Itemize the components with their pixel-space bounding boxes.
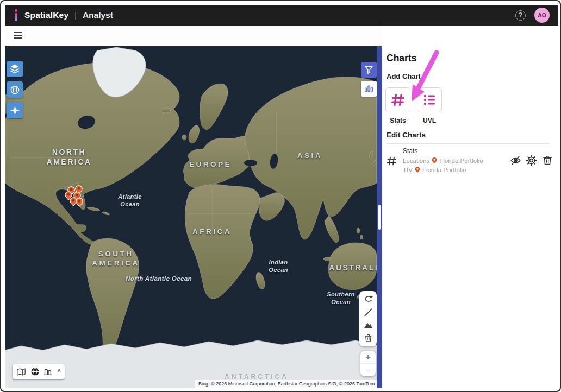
map-icon — [16, 368, 26, 376]
chart-settings-button[interactable] — [526, 155, 537, 168]
chart-entry-row: Locations Florida Portfolio — [403, 157, 483, 164]
dataset-name: Florida Portfolio — [439, 157, 483, 164]
layers-button[interactable] — [7, 61, 23, 77]
map-style-button[interactable] — [16, 368, 26, 376]
uvl-type-label: UVL — [423, 117, 436, 124]
dataset-pin-icon — [432, 157, 437, 164]
settings-icon — [526, 155, 537, 166]
trash-icon — [364, 333, 373, 343]
basemap-toolbar: ^ — [13, 364, 65, 379]
spatial-tools-button[interactable] — [7, 102, 23, 118]
draw-toolbar — [359, 291, 377, 346]
field-name: TIV — [403, 167, 413, 173]
basemap-globe-button[interactable] — [7, 81, 23, 98]
clear-drawings-button[interactable] — [361, 332, 375, 344]
city-icon — [43, 368, 53, 376]
compass-icon — [10, 105, 20, 116]
hamburger-menu-icon[interactable] — [14, 32, 22, 40]
header-divider: | — [74, 11, 77, 20]
hash-icon — [391, 93, 405, 107]
polygon-tool-button[interactable] — [361, 319, 375, 331]
chart-entry-name: Stats — [403, 147, 417, 155]
chevron-up-icon[interactable]: ^ — [58, 369, 61, 375]
splitter-handle-icon — [378, 205, 381, 230]
divider — [387, 143, 550, 144]
brand-name: SpatialKey — [24, 10, 68, 20]
globe-icon — [10, 85, 20, 95]
delete-chart-button[interactable] — [542, 155, 553, 168]
layers-icon — [9, 64, 20, 74]
dataset-pin-icon — [415, 166, 420, 173]
lasso-icon — [363, 294, 373, 305]
map-pin[interactable] — [76, 198, 83, 207]
filter-icon — [364, 65, 373, 74]
chart-icon — [364, 84, 373, 93]
add-uvl-chart-button[interactable] — [417, 87, 442, 112]
filter-button[interactable] — [361, 62, 377, 78]
app-header: SpatialKey | Analyst ? AO — [5, 5, 558, 26]
hide-icon — [510, 155, 521, 166]
lasso-tool-button[interactable] — [361, 294, 375, 306]
panel-splitter[interactable] — [377, 46, 382, 388]
app-window: SpatialKey | Analyst ? AO — [0, 0, 561, 392]
add-stats-chart-button[interactable] — [385, 87, 410, 112]
polygon-icon — [363, 320, 373, 330]
globe-view-button[interactable] — [30, 367, 40, 376]
list-icon — [422, 93, 437, 107]
add-chart-label: Add Chart — [387, 72, 421, 80]
spatialkey-logo-icon — [15, 9, 17, 21]
edit-charts-label: Edit Charts — [387, 131, 426, 139]
zoom-in-button[interactable]: + — [360, 351, 376, 364]
stats-type-label: Stats — [390, 117, 406, 124]
product-name: Analyst — [83, 10, 113, 20]
avatar[interactable]: AO — [534, 8, 550, 23]
help-icon[interactable]: ? — [515, 10, 526, 21]
map-attribution: Bing, © 2026 Microsoft Corporation, Eart… — [195, 380, 377, 388]
line-icon — [363, 307, 373, 318]
dataset-name: Florida Portfolio — [422, 167, 466, 173]
hide-chart-button[interactable] — [510, 155, 521, 168]
world-map-svg[interactable] — [5, 46, 377, 388]
globe-dark-icon — [30, 367, 40, 376]
zoom-control: + − — [360, 351, 376, 376]
field-name: Locations — [403, 157, 429, 164]
hash-icon — [387, 156, 397, 166]
buildings-3d-button[interactable] — [43, 368, 53, 376]
delete-icon — [542, 155, 553, 166]
panel-title: Charts — [387, 53, 416, 64]
charts-panel: Charts Add Chart — [382, 26, 558, 389]
charts-panel-button[interactable] — [361, 81, 377, 97]
stats-chart-entry-icon — [387, 156, 397, 168]
zoom-out-button[interactable]: − — [360, 364, 376, 376]
chart-entry-row: TIV Florida Portfolio — [403, 166, 466, 173]
line-tool-button[interactable] — [361, 306, 375, 318]
map-container[interactable]: NORTH AMERICA EUROPE ASIA Atlantic Ocean… — [5, 46, 377, 388]
